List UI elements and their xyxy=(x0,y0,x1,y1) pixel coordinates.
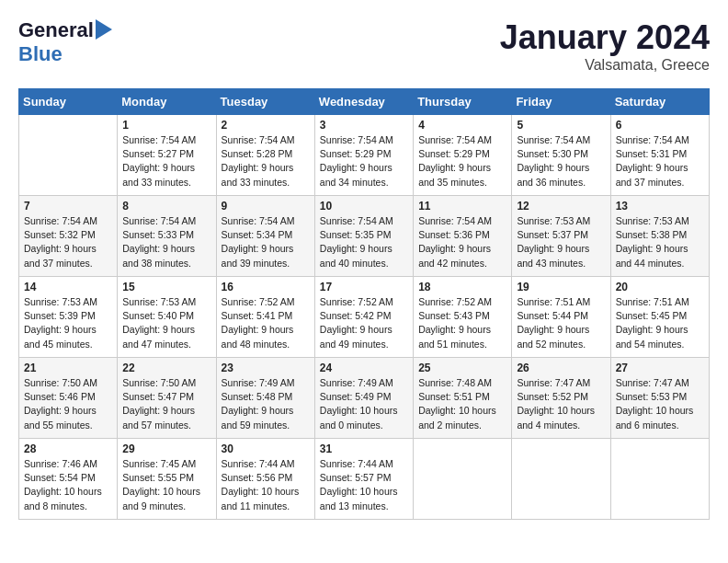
day-info: Sunrise: 7:47 AMSunset: 5:53 PMDaylight:… xyxy=(616,376,704,432)
day-number: 5 xyxy=(517,119,605,132)
day-info: Sunrise: 7:54 AMSunset: 5:31 PMDaylight:… xyxy=(616,133,704,190)
day-cell: 9Sunrise: 7:54 AMSunset: 5:34 PMDaylight… xyxy=(216,196,314,277)
daylight-text: Daylight: 9 hours and 44 minutes. xyxy=(616,242,704,270)
day-number: 1 xyxy=(122,119,210,132)
sunrise-text: Sunrise: 7:48 AM xyxy=(418,376,506,390)
day-number: 12 xyxy=(517,200,605,213)
day-cell: 29Sunrise: 7:45 AMSunset: 5:55 PMDayligh… xyxy=(118,439,216,520)
day-cell: 1Sunrise: 7:54 AMSunset: 5:27 PMDaylight… xyxy=(118,115,216,196)
daylight-text: Daylight: 10 hours and 6 minutes. xyxy=(616,404,704,431)
day-info: Sunrise: 7:54 AMSunset: 5:33 PMDaylight:… xyxy=(122,214,210,270)
day-cell: 7Sunrise: 7:54 AMSunset: 5:32 PMDaylight… xyxy=(19,196,118,277)
logo-blue-text: Blue xyxy=(18,42,63,65)
sunrise-text: Sunrise: 7:52 AM xyxy=(222,295,310,309)
daylight-text: Daylight: 9 hours and 47 minutes. xyxy=(122,323,210,350)
daylight-text: Daylight: 9 hours and 38 minutes. xyxy=(122,242,210,270)
sunrise-text: Sunrise: 7:53 AM xyxy=(122,295,210,309)
day-cell: 12Sunrise: 7:53 AMSunset: 5:37 PMDayligh… xyxy=(512,196,610,277)
sunset-text: Sunset: 5:56 PM xyxy=(222,471,310,485)
day-info: Sunrise: 7:54 AMSunset: 5:30 PMDaylight:… xyxy=(517,133,605,190)
daylight-text: Daylight: 10 hours and 4 minutes. xyxy=(517,404,605,431)
daylight-text: Daylight: 10 hours and 13 minutes. xyxy=(320,485,408,512)
day-number: 28 xyxy=(24,442,112,455)
day-number: 11 xyxy=(418,200,506,213)
day-number: 8 xyxy=(122,200,210,213)
calendar-table: SundayMondayTuesdayWednesdayThursdayFrid… xyxy=(18,88,710,520)
daylight-text: Daylight: 9 hours and 33 minutes. xyxy=(222,161,310,189)
sunset-text: Sunset: 5:38 PM xyxy=(616,228,704,242)
sunset-text: Sunset: 5:55 PM xyxy=(122,471,210,485)
svg-marker-0 xyxy=(96,19,112,40)
logo-arrow-icon xyxy=(96,19,112,40)
sunrise-text: Sunrise: 7:44 AM xyxy=(222,457,310,471)
day-number: 30 xyxy=(222,442,310,455)
day-number: 23 xyxy=(222,362,310,374)
sunset-text: Sunset: 5:52 PM xyxy=(517,390,605,404)
sunrise-text: Sunrise: 7:47 AM xyxy=(517,376,605,390)
sunrise-text: Sunrise: 7:53 AM xyxy=(616,214,704,228)
day-cell: 16Sunrise: 7:52 AMSunset: 5:41 PMDayligh… xyxy=(216,277,314,358)
sunset-text: Sunset: 5:28 PM xyxy=(222,147,310,161)
sunrise-text: Sunrise: 7:54 AM xyxy=(320,214,408,228)
day-info: Sunrise: 7:49 AMSunset: 5:48 PMDaylight:… xyxy=(222,376,310,432)
day-cell: 8Sunrise: 7:54 AMSunset: 5:33 PMDaylight… xyxy=(118,196,216,277)
day-info: Sunrise: 7:52 AMSunset: 5:43 PMDaylight:… xyxy=(418,295,506,351)
day-info: Sunrise: 7:54 AMSunset: 5:29 PMDaylight:… xyxy=(418,133,506,190)
day-info: Sunrise: 7:52 AMSunset: 5:41 PMDaylight:… xyxy=(222,295,310,351)
day-info: Sunrise: 7:54 AMSunset: 5:27 PMDaylight:… xyxy=(122,133,210,190)
sunset-text: Sunset: 5:48 PM xyxy=(222,390,310,404)
sunrise-text: Sunrise: 7:45 AM xyxy=(122,457,210,471)
day-info: Sunrise: 7:46 AMSunset: 5:54 PMDaylight:… xyxy=(24,457,112,513)
day-info: Sunrise: 7:47 AMSunset: 5:52 PMDaylight:… xyxy=(517,376,605,432)
day-info: Sunrise: 7:53 AMSunset: 5:37 PMDaylight:… xyxy=(517,214,605,270)
day-number: 24 xyxy=(320,362,408,374)
day-cell: 14Sunrise: 7:53 AMSunset: 5:39 PMDayligh… xyxy=(19,277,118,358)
sunset-text: Sunset: 5:34 PM xyxy=(222,228,310,242)
sunrise-text: Sunrise: 7:53 AM xyxy=(24,295,112,309)
sunset-text: Sunset: 5:47 PM xyxy=(122,390,210,404)
day-info: Sunrise: 7:50 AMSunset: 5:47 PMDaylight:… xyxy=(122,376,210,432)
week-row-2: 7Sunrise: 7:54 AMSunset: 5:32 PMDaylight… xyxy=(19,196,710,277)
day-info: Sunrise: 7:54 AMSunset: 5:36 PMDaylight:… xyxy=(418,214,506,270)
column-header-monday: Monday xyxy=(118,89,216,115)
day-cell: 17Sunrise: 7:52 AMSunset: 5:42 PMDayligh… xyxy=(314,277,413,358)
day-cell: 24Sunrise: 7:49 AMSunset: 5:49 PMDayligh… xyxy=(314,358,413,439)
sunset-text: Sunset: 5:33 PM xyxy=(122,228,210,242)
day-cell: 28Sunrise: 7:46 AMSunset: 5:54 PMDayligh… xyxy=(19,439,118,520)
day-cell: 30Sunrise: 7:44 AMSunset: 5:56 PMDayligh… xyxy=(216,439,314,520)
day-info: Sunrise: 7:54 AMSunset: 5:34 PMDaylight:… xyxy=(222,214,310,270)
sunset-text: Sunset: 5:40 PM xyxy=(122,309,210,323)
sunset-text: Sunset: 5:49 PM xyxy=(320,390,408,404)
sunset-text: Sunset: 5:31 PM xyxy=(616,147,704,161)
sunset-text: Sunset: 5:54 PM xyxy=(24,471,112,485)
column-header-tuesday: Tuesday xyxy=(216,89,314,115)
week-row-5: 28Sunrise: 7:46 AMSunset: 5:54 PMDayligh… xyxy=(19,439,710,520)
title-area: January 2024 Valsamata, Greece xyxy=(500,18,710,74)
sunrise-text: Sunrise: 7:54 AM xyxy=(418,214,506,228)
day-number: 19 xyxy=(517,281,605,293)
sunrise-text: Sunrise: 7:54 AM xyxy=(222,214,310,228)
month-title: January 2024 xyxy=(500,18,710,57)
day-number: 15 xyxy=(122,281,210,293)
day-cell: 26Sunrise: 7:47 AMSunset: 5:52 PMDayligh… xyxy=(512,358,610,439)
daylight-text: Daylight: 9 hours and 35 minutes. xyxy=(418,161,506,189)
sunset-text: Sunset: 5:29 PM xyxy=(320,147,408,161)
day-number: 3 xyxy=(320,119,408,132)
sunset-text: Sunset: 5:46 PM xyxy=(24,390,112,404)
sunset-text: Sunset: 5:51 PM xyxy=(418,390,506,404)
logo: General Blue xyxy=(18,18,112,66)
day-cell: 11Sunrise: 7:54 AMSunset: 5:36 PMDayligh… xyxy=(414,196,512,277)
sunset-text: Sunset: 5:36 PM xyxy=(418,228,506,242)
sunrise-text: Sunrise: 7:54 AM xyxy=(122,214,210,228)
sunset-text: Sunset: 5:39 PM xyxy=(24,309,112,323)
sunrise-text: Sunrise: 7:54 AM xyxy=(616,133,704,147)
daylight-text: Daylight: 9 hours and 36 minutes. xyxy=(517,161,605,189)
day-cell: 10Sunrise: 7:54 AMSunset: 5:35 PMDayligh… xyxy=(314,196,413,277)
daylight-text: Daylight: 9 hours and 40 minutes. xyxy=(320,242,408,270)
daylight-text: Daylight: 9 hours and 33 minutes. xyxy=(122,161,210,189)
daylight-text: Daylight: 9 hours and 49 minutes. xyxy=(320,323,408,350)
daylight-text: Daylight: 9 hours and 39 minutes. xyxy=(222,242,310,270)
daylight-text: Daylight: 9 hours and 37 minutes. xyxy=(616,161,704,189)
sunrise-text: Sunrise: 7:49 AM xyxy=(222,376,310,390)
sunrise-text: Sunrise: 7:54 AM xyxy=(517,133,605,147)
